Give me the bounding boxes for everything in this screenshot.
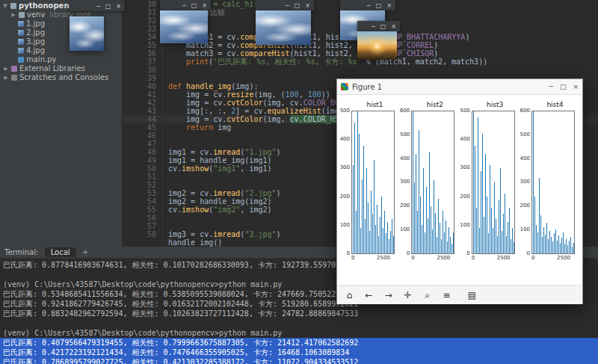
close-button[interactable]: × [305,2,310,9]
x-axis-labels: 02500 [411,254,457,262]
hist-bar [428,218,428,254]
window-titlebar[interactable]: ─□× [256,0,314,10]
x-tick-label: 2500 [437,255,450,261]
y-tick-label: 100 [400,227,410,232]
chevron-right-icon[interactable]: ▶ [3,73,9,82]
hist-bar [378,236,379,253]
hist-bar [372,214,373,253]
x-tick-label: 2500 [557,255,570,261]
subplots-config-icon[interactable]: ≡ [440,288,454,302]
close-button[interactable]: × [202,2,207,9]
x-axis-labels: 02500 [472,254,518,262]
imshow-window-1[interactable]: ─□× [70,1,125,51]
line-number: 58 [123,230,162,238]
minimize-button[interactable]: ─ [96,3,100,10]
maximize-button[interactable]: □ [380,23,386,30]
hist-bar [570,237,571,253]
hist-bar [392,219,392,253]
minimize-button[interactable]: ─ [367,2,371,9]
line-number: 32 [123,16,162,25]
hist-bar [475,146,475,253]
y-tick-label: 300 [520,179,530,185]
maximize-button[interactable]: □ [191,2,197,9]
hist-bar [417,211,418,253]
maximize-button[interactable]: □ [105,3,111,10]
close-button[interactable]: × [391,23,396,30]
tree-item-label: 2.jpg [26,28,45,37]
hist-bar [509,208,510,253]
code-text: cv.imshow("img1", img1) [162,164,272,173]
window-titlebar[interactable]: ─□× [70,1,125,11]
y-tick-label: 500 [340,108,350,114]
minimize-button[interactable]: ─ [182,2,186,9]
window-titlebar[interactable]: ─□× [357,21,400,31]
minimize-button[interactable]: ─ [372,23,375,30]
hist-bar [514,242,514,253]
new-terminal-button[interactable]: + [82,247,89,257]
code-text: img2 = handle_img(img2) [162,197,271,206]
code-text: img = cv.resize(img, (100, 100)) [162,90,330,99]
figure-maximize-button[interactable]: □ [560,83,567,90]
hist-bar [437,237,437,253]
hist-bar [491,208,492,253]
save-icon[interactable]: ▤ [465,288,479,302]
line-number: 52 [123,181,162,189]
figure-close-button[interactable]: × [573,83,579,90]
project-folder-icon [10,3,16,9]
hist-bar [444,232,445,254]
hist-bar [443,211,443,253]
maximize-button[interactable]: □ [295,2,300,9]
tree-item-scratches-and-consoles[interactable]: ▶Scratches and Consoles [0,73,122,82]
hist-bar [539,178,540,253]
figure-minimize-button[interactable]: ─ [549,83,553,90]
y-tick-label: 300 [400,179,410,185]
image-icon [18,21,24,27]
back-icon[interactable]: ← [362,288,376,302]
line-number: 35 [123,41,162,49]
hist-bar [441,239,442,253]
code-text [162,222,168,230]
figure-titlebar[interactable]: Figure 1 ─ □ × [337,79,582,95]
pan-icon[interactable]: ✛ [401,288,415,302]
hist-bar [573,243,574,253]
home-icon[interactable]: ⌂ [342,288,357,302]
figure-window[interactable]: Figure 1 ─ □ × hist150040030020010000250… [336,78,583,304]
pycharm-window: ▼ pythonopencv C:\Users ▶venvlibrary roo… [0,0,598,364]
hist-bar [479,228,480,253]
y-axis-labels: 6005004003002001000 [520,111,531,254]
window-titlebar[interactable]: ─□× [160,0,211,10]
hist-bar [413,111,413,253]
hist-bar [369,231,370,253]
tree-item-main-py[interactable]: main.py [0,55,122,64]
imshow-window-2[interactable]: ─□× [160,0,211,43]
y-tick-label: 200 [520,203,530,209]
hist-bar [557,241,558,253]
chevron-right-icon[interactable]: ▶ [10,10,16,19]
close-button[interactable]: × [116,3,121,10]
chevron-right-icon[interactable]: ▶ [3,64,9,73]
line-number: 44 [123,115,162,123]
forward-icon[interactable]: → [381,288,395,302]
line-number: 30 [123,0,162,8]
hist-bar [542,237,543,253]
y-tick-label: 400 [340,137,350,142]
figure-plots: hist1500400300200100002500hist2600500400… [337,95,582,262]
chevron-down-icon[interactable]: ▼ [2,1,8,10]
subplot-hist1: hist1500400300200100002500 [340,101,398,262]
code-text: img1 = handle_img(img1) [162,156,271,164]
hist-bar [446,220,446,253]
line-number: 45 [123,123,162,132]
tree-item-external-libraries[interactable]: ▶External Libraries [0,64,122,73]
terminal-tab-local[interactable]: Local [45,247,76,257]
close-button[interactable]: × [386,2,392,9]
minimize-button[interactable]: ─ [286,2,289,9]
code-line-38[interactable]: 38 [123,66,598,74]
hist-bar [432,229,433,253]
zoom-icon[interactable]: ⌕ [420,288,434,302]
imshow-window-3[interactable]: ─□× [256,0,314,45]
hist-bar [476,208,477,253]
imshow-window-5[interactable]: ─□× [357,21,400,60]
code-text [162,214,168,222]
maximize-button[interactable]: □ [376,2,382,9]
window-titlebar[interactable]: ─□× [340,0,395,10]
